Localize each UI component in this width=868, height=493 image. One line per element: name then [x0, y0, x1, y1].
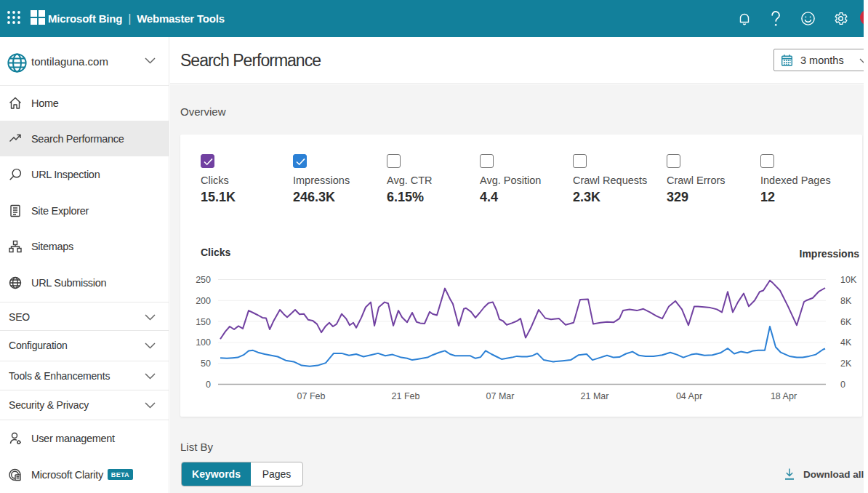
svg-text:50: 50: [201, 358, 211, 369]
svg-text:2K: 2K: [840, 358, 852, 369]
svg-text:Clicks: Clicks: [201, 246, 230, 258]
svg-text:0: 0: [840, 380, 845, 390]
svg-text:4K: 4K: [840, 337, 852, 348]
svg-text:0: 0: [206, 380, 211, 390]
svg-text:18 Apr: 18 Apr: [771, 391, 797, 401]
svg-text:6K: 6K: [840, 317, 852, 327]
svg-text:250: 250: [196, 275, 211, 285]
svg-text:04 Apr: 04 Apr: [676, 391, 702, 401]
svg-text:Impressions: Impressions: [800, 248, 860, 260]
svg-text:21 Mar: 21 Mar: [581, 391, 609, 401]
svg-text:150: 150: [196, 317, 211, 327]
svg-text:8K: 8K: [840, 296, 852, 306]
svg-text:21 Feb: 21 Feb: [392, 391, 420, 401]
svg-text:10K: 10K: [840, 275, 857, 285]
svg-text:200: 200: [196, 296, 211, 306]
svg-text:07 Feb: 07 Feb: [297, 391, 326, 401]
svg-text:07 Mar: 07 Mar: [486, 391, 515, 401]
svg-text:100: 100: [196, 337, 211, 348]
